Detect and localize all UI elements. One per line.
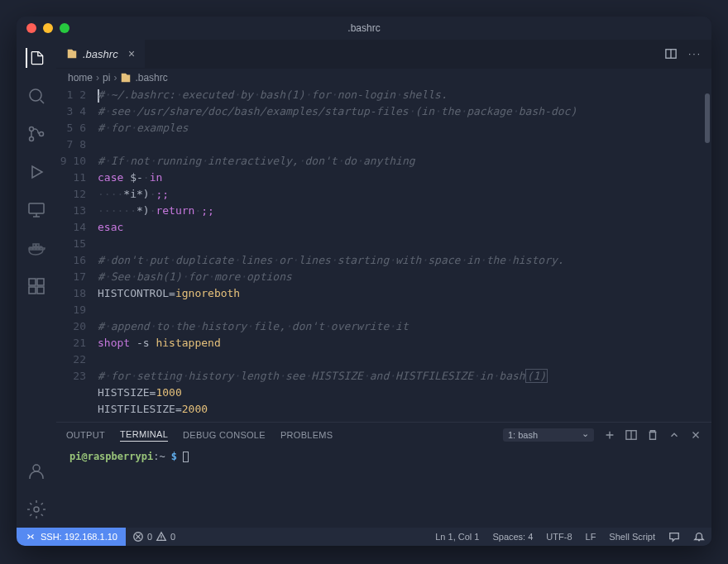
terminal-selector[interactable]: 1: bash [503, 428, 594, 442]
titlebar: .bashrc [17, 17, 711, 40]
settings-gear-icon[interactable] [26, 499, 46, 519]
terminal-prompt-user: pi@raspberrypi [69, 451, 153, 462]
window-title: .bashrc [347, 22, 380, 34]
status-language[interactable]: Shell Script [602, 531, 662, 542]
svg-point-0 [30, 89, 41, 101]
svg-rect-4 [29, 203, 44, 213]
tab-bar: .bashrc × ··· [56, 40, 711, 69]
error-icon [132, 531, 144, 542]
scrollbar[interactable] [702, 87, 711, 422]
svg-rect-8 [37, 287, 44, 294]
file-icon [120, 72, 132, 84]
editor[interactable]: 1 2 3 4 5 6 7 8 9 10 11 12 13 14 15 16 1… [56, 87, 711, 422]
status-encoding[interactable]: UTF-8 [539, 531, 578, 542]
split-terminal-icon[interactable] [625, 429, 637, 441]
panel-tab-problems[interactable]: PROBLEMS [280, 430, 333, 440]
explorer-icon[interactable] [26, 48, 46, 68]
breadcrumb-part[interactable]: .bashrc [135, 72, 167, 84]
breadcrumb[interactable]: home › pi › .bashrc [56, 69, 711, 87]
chevron-right-icon: › [96, 72, 99, 84]
close-icon[interactable]: × [128, 47, 135, 60]
svg-point-3 [40, 132, 44, 136]
activity-bar [17, 40, 56, 528]
status-remote[interactable]: SSH: 192.168.1.10 [17, 528, 126, 546]
feedback-icon[interactable] [662, 531, 687, 542]
chevron-right-icon: › [113, 72, 117, 84]
terminal-cursor [183, 452, 189, 462]
code-area[interactable]: #·~/.bashrc:·executed·by·bash(1)·for·non… [98, 87, 702, 422]
status-indent[interactable]: Spaces: 4 [486, 531, 539, 542]
breadcrumb-part[interactable]: home [68, 72, 93, 84]
window-close[interactable] [26, 23, 36, 33]
status-eol[interactable]: LF [579, 531, 603, 542]
tab-bashrc[interactable]: .bashrc × [56, 40, 145, 68]
bell-icon[interactable] [687, 531, 711, 542]
svg-point-2 [30, 137, 34, 141]
status-cursor[interactable]: Ln 1, Col 1 [429, 531, 486, 542]
run-debug-icon[interactable] [26, 162, 46, 182]
new-terminal-icon[interactable] [604, 429, 615, 441]
window-minimize[interactable] [43, 23, 53, 33]
svg-rect-5 [29, 279, 36, 285]
svg-point-1 [30, 127, 34, 131]
svg-point-9 [33, 465, 40, 471]
window-maximize[interactable] [60, 23, 69, 33]
svg-rect-6 [37, 279, 44, 285]
svg-point-10 [34, 507, 39, 512]
svg-rect-7 [29, 287, 36, 294]
accounts-icon[interactable] [26, 461, 46, 481]
file-icon [66, 48, 78, 60]
terminal[interactable]: pi@raspberrypi:~ $ [56, 447, 711, 528]
close-panel-icon[interactable] [690, 429, 702, 441]
warning-icon [156, 531, 167, 542]
breadcrumb-part[interactable]: pi [103, 72, 110, 84]
terminal-prompt-symbol: $ [165, 451, 177, 462]
panel: OUTPUT TERMINAL DEBUG CONSOLE PROBLEMS 1… [56, 422, 711, 528]
split-editor-icon[interactable] [665, 48, 677, 60]
more-actions-icon[interactable]: ··· [688, 48, 702, 60]
status-problems[interactable]: 0 0 [126, 531, 182, 542]
remote-explorer-icon[interactable] [26, 200, 46, 220]
docker-icon[interactable] [26, 238, 46, 258]
status-bar: SSH: 192.168.1.10 0 0 Ln 1, Col 1 Spaces… [17, 528, 711, 546]
panel-tab-output[interactable]: OUTPUT [66, 430, 105, 440]
panel-tab-debug[interactable]: DEBUG CONSOLE [183, 430, 266, 440]
trash-icon[interactable] [647, 429, 659, 441]
search-icon[interactable] [26, 86, 46, 106]
line-gutter: 1 2 3 4 5 6 7 8 9 10 11 12 13 14 15 16 1… [56, 87, 98, 422]
panel-tab-terminal[interactable]: TERMINAL [120, 429, 168, 442]
tab-label: .bashrc [83, 48, 118, 60]
chevron-up-icon[interactable] [668, 429, 680, 441]
source-control-icon[interactable] [26, 124, 46, 144]
extensions-icon[interactable] [26, 276, 46, 296]
remote-icon [25, 531, 36, 542]
